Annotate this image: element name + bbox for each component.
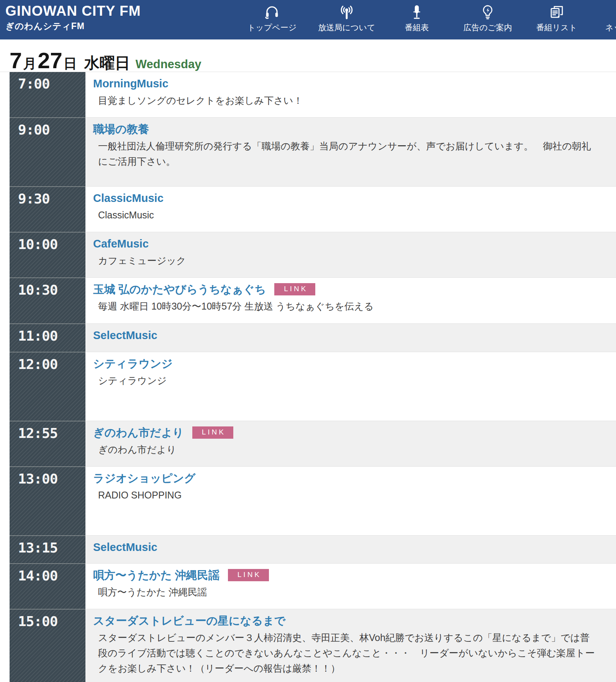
schedule-row: 9:30 ClassicMusic ClassicMusic xyxy=(0,186,616,232)
program-cell: ラジオショッピング RADIO SHOPPING xyxy=(85,466,616,535)
time-cell: 7:00 xyxy=(10,72,85,117)
nav-item-label: トップページ xyxy=(247,22,297,33)
program-description: スターダストレビューのメンバー３人柿沼清史、寺田正美、林Voh紀勝でお送りするこ… xyxy=(93,630,597,676)
program-description: ぎのわん市だより xyxy=(93,442,597,457)
date-weekday: 水曜日 xyxy=(84,52,130,74)
broadcast-icon xyxy=(339,3,355,21)
program-title-line: ラジオショッピング xyxy=(93,471,597,485)
link-badge[interactable]: LINK xyxy=(274,283,315,295)
time-cell: 15:00 xyxy=(10,609,85,682)
nav-item-5[interactable]: ネッ xyxy=(598,3,616,33)
program-cell: SelectMusic xyxy=(85,535,616,563)
date-day-unit: 日 xyxy=(64,55,77,73)
program-description: 毎週 水曜日 10時30分〜10時57分 生放送 うちなぁぐちを伝える xyxy=(93,298,597,314)
nav-item-label: 番組リスト xyxy=(536,22,577,33)
program-title-link[interactable]: MorningMusic xyxy=(93,77,169,90)
program-cell: MorningMusic 目覚ましソングのセレクトをお楽しみ下さい！ xyxy=(85,72,616,117)
time-label: 13:15 xyxy=(18,540,57,556)
program-cell: SelectMusic xyxy=(85,323,616,352)
date-month: 7 xyxy=(10,49,22,72)
program-title-line: CafeMusic xyxy=(93,237,597,251)
nav-item-label: ネッ xyxy=(605,22,616,33)
link-badge[interactable]: LINK xyxy=(192,426,233,439)
program-title-link[interactable]: スターダストレビューの星になるまで xyxy=(93,614,286,628)
time-label: 15:00 xyxy=(18,613,57,629)
program-title-line: 職場の教養 xyxy=(93,122,597,136)
program-cell: ぎのわん市だより LINK ぎのわん市だより xyxy=(85,421,616,466)
program-list-icon xyxy=(549,3,565,21)
microphone-icon xyxy=(409,3,425,21)
time-label: 14:00 xyxy=(18,568,57,584)
time-label: 9:30 xyxy=(18,191,50,207)
time-label: 9:00 xyxy=(18,122,50,138)
program-title-line: ぎのわん市だより LINK xyxy=(93,426,597,439)
time-label: 11:00 xyxy=(18,328,57,344)
nav-item-1[interactable]: 放送局について xyxy=(308,3,385,33)
nav-item-0[interactable]: トップページ xyxy=(234,3,310,33)
program-cell: 唄方〜うたかた 沖縄民謡 LINK 唄方〜うたかた 沖縄民謡 xyxy=(85,563,616,609)
program-title-link[interactable]: ClassicMusic xyxy=(93,191,164,205)
schedule-row: 12:55 ぎのわん市だより LINK ぎのわん市だより xyxy=(0,421,616,466)
program-title-link[interactable]: 職場の教養 xyxy=(93,122,149,136)
time-label: 10:30 xyxy=(18,282,57,298)
time-cell: 9:30 xyxy=(10,186,85,232)
main-nav: トップページ 放送局について 番組表 広告のご案内 番組リスト ネッ xyxy=(0,0,616,39)
program-title-line: スターダストレビューの星になるまで xyxy=(93,614,597,628)
program-description: 唄方〜うたかた 沖縄民謡 xyxy=(93,584,597,600)
schedule-table: 7:00 MorningMusic 目覚ましソングのセレクトをお楽しみ下さい！ … xyxy=(0,72,616,682)
link-badge[interactable]: LINK xyxy=(228,569,269,581)
program-cell: 職場の教養 一般社団法人倫理研究所の発行する「職場の教養」当局のアナウンサーが、… xyxy=(85,117,616,186)
schedule-row: 7:00 MorningMusic 目覚ましソングのセレクトをお楽しみ下さい！ xyxy=(0,72,616,117)
date-weekday-en: Wednesday xyxy=(136,57,202,71)
program-title-line: SelectMusic xyxy=(93,328,597,342)
schedule-row: 12:00 シティラウンジ シティラウンジ xyxy=(0,352,616,421)
schedule-row: 13:00 ラジオショッピング RADIO SHOPPING xyxy=(0,466,616,535)
schedule-row: 13:15 SelectMusic xyxy=(0,535,616,563)
program-title-line: MorningMusic xyxy=(93,77,597,90)
program-title-line: 玉城 弘のかたやびらうちなぁぐち LINK xyxy=(93,282,597,296)
program-title-line: ClassicMusic xyxy=(93,191,597,205)
program-title-link[interactable]: SelectMusic xyxy=(93,540,157,554)
time-cell: 14:00 xyxy=(10,563,85,609)
program-title-link[interactable]: ラジオショッピング xyxy=(93,471,195,485)
time-label: 10:00 xyxy=(18,236,57,252)
program-cell: シティラウンジ シティラウンジ xyxy=(85,352,616,421)
program-description: カフェミュージック xyxy=(93,253,597,268)
time-label: 7:00 xyxy=(18,76,50,92)
lightbulb-icon xyxy=(480,3,496,21)
schedule-row: 10:30 玉城 弘のかたやびらうちなぁぐち LINK 毎週 水曜日 10時30… xyxy=(0,277,616,323)
page: GINOWAN CITY FM ぎのわんシティFM トップページ 放送局について… xyxy=(0,0,616,682)
program-title-line: シティラウンジ xyxy=(93,357,597,371)
program-cell: 玉城 弘のかたやびらうちなぁぐち LINK 毎週 水曜日 10時30分〜10時5… xyxy=(85,277,616,323)
nav-item-2[interactable]: 番組表 xyxy=(378,3,455,33)
time-cell: 10:30 xyxy=(10,277,85,323)
program-title-link[interactable]: 玉城 弘のかたやびらうちなぁぐち xyxy=(93,282,266,296)
program-description: 目覚ましソングのセレクトをお楽しみ下さい！ xyxy=(93,93,597,108)
program-description: ClassicMusic xyxy=(93,207,597,223)
time-label: 12:00 xyxy=(18,356,57,372)
program-description: 一般社団法人倫理研究所の発行する「職場の教養」当局のアナウンサーが、声でお届けし… xyxy=(93,138,597,169)
time-cell: 9:00 xyxy=(10,117,85,186)
program-title-link[interactable]: CafeMusic xyxy=(93,237,149,251)
nav-item-4[interactable]: 番組リスト xyxy=(518,3,595,33)
program-cell: CafeMusic カフェミュージック xyxy=(85,232,616,277)
schedule-row: 11:00 SelectMusic xyxy=(0,323,616,352)
nav-item-3[interactable]: 広告のご案内 xyxy=(449,3,526,33)
date-day: 27 xyxy=(38,49,62,72)
program-description: シティラウンジ xyxy=(93,373,597,388)
program-title-link[interactable]: シティラウンジ xyxy=(93,357,173,371)
nav-item-label: 番組表 xyxy=(405,22,429,33)
time-cell: 12:00 xyxy=(10,352,85,421)
time-label: 13:00 xyxy=(18,471,57,487)
time-cell: 13:00 xyxy=(10,466,85,535)
site-header: GINOWAN CITY FM ぎのわんシティFM トップページ 放送局について… xyxy=(0,0,616,39)
nav-item-label: 広告のご案内 xyxy=(464,22,512,33)
schedule-row: 15:00 スターダストレビューの星になるまで スターダストレビューのメンバー３… xyxy=(0,609,616,682)
time-cell: 11:00 xyxy=(10,323,85,352)
program-title-link[interactable]: SelectMusic xyxy=(93,328,157,342)
nav-item-label: 放送局について xyxy=(318,22,375,33)
program-title-line: SelectMusic xyxy=(93,540,597,554)
program-title-link[interactable]: ぎのわん市だより xyxy=(93,426,184,439)
program-title-link[interactable]: 唄方〜うたかた 沖縄民謡 xyxy=(93,568,220,582)
schedule-row: 14:00 唄方〜うたかた 沖縄民謡 LINK 唄方〜うたかた 沖縄民謡 xyxy=(0,563,616,609)
